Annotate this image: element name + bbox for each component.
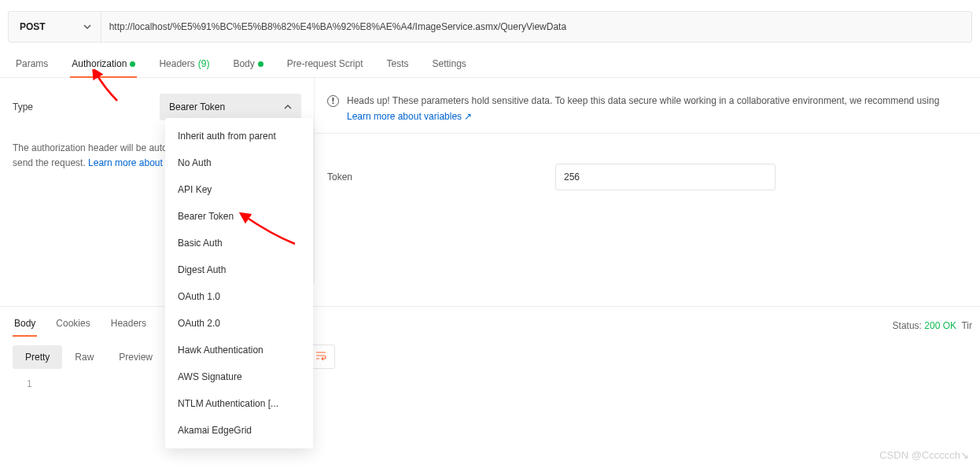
request-tabs: Params Authorization Headers (9) Body Pr… xyxy=(0,42,980,78)
auth-option-bearer[interactable]: Bearer Token xyxy=(165,203,313,230)
auth-option-akamai[interactable]: Akamai EdgeGrid xyxy=(165,417,313,444)
auth-option-basic[interactable]: Basic Auth xyxy=(165,230,313,256)
watermark: CSDN @Cccccch↘ xyxy=(879,449,969,461)
line-number: 1 xyxy=(27,378,32,389)
dot-icon xyxy=(258,61,263,67)
view-tab-pretty[interactable]: Pretty xyxy=(13,345,62,369)
tab-headers[interactable]: Headers (9) xyxy=(157,53,211,77)
http-method-value: POST xyxy=(20,21,46,32)
token-input[interactable] xyxy=(555,164,776,190)
tab-params[interactable]: Params xyxy=(14,53,50,77)
auth-option-ntlm[interactable]: NTLM Authentication [... xyxy=(165,390,313,417)
auth-type-dropdown: Inherit auth from parent No Auth API Key… xyxy=(165,118,313,448)
tab-tests[interactable]: Tests xyxy=(385,53,410,77)
learn-more-variables-link[interactable]: Learn more about variables ↗ xyxy=(347,109,472,124)
auth-option-aws[interactable]: AWS Signature xyxy=(165,363,313,390)
auth-option-oauth1[interactable]: OAuth 1.0 xyxy=(165,283,313,310)
view-tab-preview[interactable]: Preview xyxy=(106,345,165,369)
tab-prerequest[interactable]: Pre-request Script xyxy=(286,53,365,77)
auth-option-hawk[interactable]: Hawk Authentication xyxy=(165,337,313,363)
alert-text: Heads up! These parameters hold sensitiv… xyxy=(347,94,939,124)
auth-option-noauth[interactable]: No Auth xyxy=(165,149,313,176)
tab-body[interactable]: Body xyxy=(231,53,264,77)
tab-authorization[interactable]: Authorization xyxy=(70,53,137,77)
auth-type-select[interactable]: Bearer Token xyxy=(160,94,301,120)
view-tab-raw[interactable]: Raw xyxy=(62,345,106,369)
auth-option-oauth2[interactable]: OAuth 2.0 xyxy=(165,310,313,337)
info-icon: ! xyxy=(327,95,339,107)
response-status: Status: 200 OK Tir xyxy=(893,320,972,331)
request-url-input[interactable]: http://localhost/%E5%91%BC%E5%B8%82%E4%B… xyxy=(101,21,971,32)
http-method-select[interactable]: POST xyxy=(9,12,101,42)
auth-option-digest[interactable]: Digest Auth xyxy=(165,256,313,283)
external-link-icon: ↗ xyxy=(464,109,472,124)
auth-option-apikey[interactable]: API Key xyxy=(165,176,313,203)
token-label: Token xyxy=(327,171,555,183)
auth-type-label: Type xyxy=(13,101,33,112)
chevron-down-icon xyxy=(83,23,91,31)
dot-icon xyxy=(130,61,135,67)
response-tab-body[interactable]: Body xyxy=(13,315,37,337)
auth-option-inherit[interactable]: Inherit auth from parent xyxy=(165,123,313,149)
response-tab-headers[interactable]: Headers xyxy=(109,315,148,337)
response-tab-cookies[interactable]: Cookies xyxy=(54,315,91,337)
tab-settings[interactable]: Settings xyxy=(431,53,468,77)
chevron-up-icon xyxy=(284,103,292,111)
